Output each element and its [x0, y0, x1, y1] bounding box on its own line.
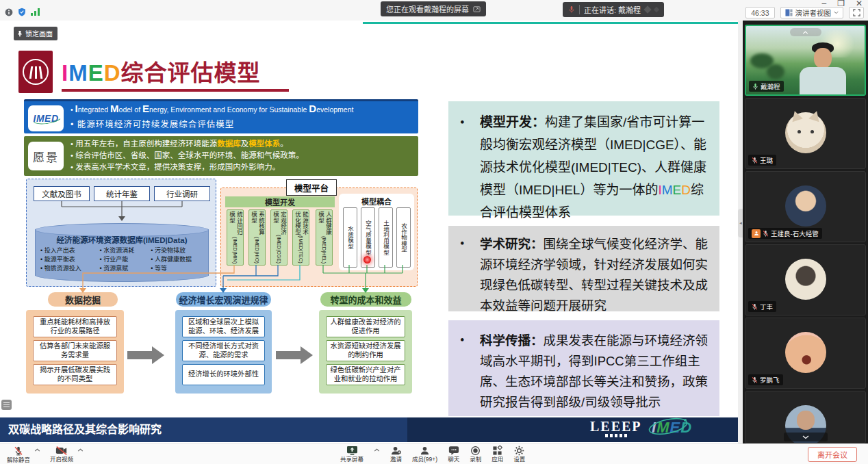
- slide-footer-title: 双碳战略路径及其综合影响研究: [8, 417, 162, 442]
- avatar: [785, 185, 826, 227]
- exit-watch-icon[interactable]: [473, 5, 481, 13]
- share-screen-icon: [346, 446, 358, 456]
- apps-icon: [492, 446, 502, 456]
- participant-label: 戴瀚程: [749, 81, 784, 92]
- laser-pointer-dot: [363, 256, 371, 263]
- pin-icon: [17, 30, 23, 37]
- slide-footer: 双碳战略路径及其综合影响研究 LEEEP IMED: [0, 417, 738, 442]
- unmute-button[interactable]: 解除静音: [7, 446, 30, 463]
- avatar: [785, 112, 826, 153]
- settings-label: 设置: [513, 456, 525, 463]
- apps-button[interactable]: 应用: [492, 446, 503, 463]
- members-button[interactable]: 成员(99+): [412, 446, 437, 463]
- source-box: 统计年鉴: [94, 186, 150, 201]
- invite-button[interactable]: 邀请: [390, 446, 402, 463]
- title-letter-m: M: [68, 60, 88, 86]
- video-tile[interactable]: 罗鹏飞: [745, 318, 866, 389]
- stage-item: 揭示开展低碳发展实践的不同类型: [33, 364, 117, 385]
- mic-muted-icon: [752, 157, 758, 164]
- stage-item: 绿色低碳新兴产业对产业和就业的拉动作用: [326, 364, 405, 385]
- imed-chinese-name: 能源环境经济可持续发展综合评估模型: [71, 117, 414, 130]
- info-icon[interactable]: [5, 8, 13, 16]
- chat-icon: [448, 446, 459, 456]
- flow-connectors: [0, 262, 424, 294]
- apps-label: 应用: [492, 456, 503, 463]
- host-badge-icon: [752, 229, 761, 238]
- record-icon: [470, 446, 481, 456]
- scroll-more-participants-button[interactable]: [784, 433, 828, 441]
- meeting-window: 您正在观看戴瀚程的屏幕 正在讲话: 戴瀚程 – ❐ ✕ 46:33 演讲者视图: [0, 0, 868, 464]
- network-signal-icon[interactable]: [31, 8, 40, 16]
- share-options-chevron[interactable]: [374, 448, 380, 452]
- model-box: 能源技术优化模型(IMED|TEC): [292, 209, 309, 266]
- avatar: [785, 332, 826, 373]
- title-underline: [62, 89, 289, 92]
- security-shield-icon[interactable]: [18, 8, 26, 16]
- camera-off-icon: [55, 446, 68, 456]
- chat-button[interactable]: 聊天: [448, 446, 459, 463]
- stage-pill-transition-cost: 转型的成本和效益: [320, 292, 411, 307]
- view-mode-button[interactable]: 演讲者视图: [780, 7, 844, 18]
- slide-title: IMED综合评估模型: [62, 55, 261, 88]
- mic-options-chevron[interactable]: [34, 448, 40, 452]
- top-bar: 您正在观看戴瀚程的屏幕 正在讲话: 戴瀚程 – ❐ ✕ 46:33 演讲者视图: [0, 0, 868, 21]
- stage-item: 重点耗能耗材和高排放行业的发展路径: [33, 316, 117, 337]
- model-box: 宏观经济模型(IMED|CGE): [270, 209, 288, 266]
- participant-name: 丁丰: [760, 302, 773, 311]
- start-video-button[interactable]: 开启视频: [50, 446, 73, 463]
- coupling-model-box: 水质模型: [343, 207, 357, 268]
- stage-item: 经济增长的环境外部性: [182, 364, 265, 385]
- mic-muted-icon: [13, 446, 24, 456]
- participants-sidebar: 戴瀚程 王璐 王建良-石大经管: [743, 21, 868, 443]
- mic-muted-icon: [763, 230, 769, 237]
- imed-logo-text: IMED: [34, 113, 59, 124]
- audio-wave-decor: [643, 5, 651, 13]
- imed-logo-chip: IMED: [28, 105, 64, 131]
- stage-pill-data-mining: 数据挖掘: [48, 292, 118, 307]
- shared-screen: 锁定画面 IMED综合评估模型 IMED Integrated Model of…: [0, 21, 738, 443]
- model-box: 统计回归模型(IMED|MIN): [227, 209, 244, 266]
- watching-banner-text: 您正在观看戴瀚程的屏幕: [386, 3, 469, 14]
- database-title: 经济能源环境资源数据库(IMED|Data): [35, 234, 209, 245]
- speaking-banner: 正在讲话: 戴瀚程: [563, 2, 664, 17]
- stage-box-macro-evolution: 区域和全球层次上模拟能源、环境、经济发展 不同经济增长方式对资源、能源的需求 经…: [175, 310, 272, 394]
- leave-meeting-button[interactable]: 离开会议: [808, 447, 857, 462]
- share-border-line: [363, 22, 738, 24]
- lock-view-label: 锁定画面: [25, 28, 53, 38]
- stage-box-data-mining: 重点耗能耗材和高排放行业的发展路径 估算各部门未来能源服务需求量 揭示开展低碳发…: [26, 310, 124, 394]
- lock-view-button[interactable]: 锁定画面: [14, 27, 58, 40]
- settings-button[interactable]: 设置: [513, 446, 525, 463]
- source-box: 文献及图书: [34, 186, 90, 201]
- model-coupling-header: 模型耦合: [339, 196, 414, 207]
- invite-label: 邀请: [390, 456, 402, 463]
- stage-item: 不同经济增长方式对资源、能源的需求: [182, 340, 265, 361]
- video-tile[interactable]: 王璐: [745, 98, 866, 169]
- mic-on-icon: [752, 83, 758, 90]
- start-video-label: 开启视频: [50, 456, 73, 463]
- imed-swoosh-icon: [648, 417, 691, 437]
- chevron-down-icon: [802, 435, 809, 439]
- coupling-model-box: 农作物模型: [396, 207, 411, 268]
- participant-label: 王建良-石大经管: [748, 228, 822, 239]
- meeting-toolbar: 解除静音 开启视频 共享屏幕 邀请 成员(99+): [0, 443, 868, 464]
- title-suffix: 综合评估模型: [121, 60, 261, 86]
- share-screen-label: 共享屏幕: [340, 456, 363, 463]
- video-options-chevron[interactable]: [77, 448, 84, 452]
- tile-options-button[interactable]: [790, 28, 821, 36]
- leeep-logo: LEEEP: [590, 420, 642, 437]
- members-icon: [420, 446, 430, 456]
- share-screen-button[interactable]: 共享屏幕: [340, 446, 363, 463]
- participant-name: 戴瀚程: [761, 81, 780, 91]
- invite-person-icon: [391, 446, 401, 456]
- bullet-panel-communication: •科学传播：成果发表在能源与环境经济领域高水平期刊，得到IPCC第三工作组主席、…: [448, 320, 719, 416]
- record-button[interactable]: 录制: [470, 446, 481, 463]
- video-tile-speaker[interactable]: 戴瀚程: [745, 25, 866, 96]
- video-tile[interactable]: [745, 391, 866, 443]
- video-tile[interactable]: 王建良-石大经管: [745, 171, 866, 242]
- annotation-toolbar-handle[interactable]: [1, 400, 12, 410]
- meeting-timer: 46:33: [745, 7, 774, 18]
- participant-label: 丁丰: [748, 301, 776, 312]
- bullet-panel-model-dev: •模型开发：构建了集国家/省市可计算一般均衡宏观经济模型（IMED|CGE）、能…: [448, 101, 719, 216]
- fullscreen-button[interactable]: [849, 7, 864, 18]
- video-tile[interactable]: 丁丰: [745, 244, 866, 315]
